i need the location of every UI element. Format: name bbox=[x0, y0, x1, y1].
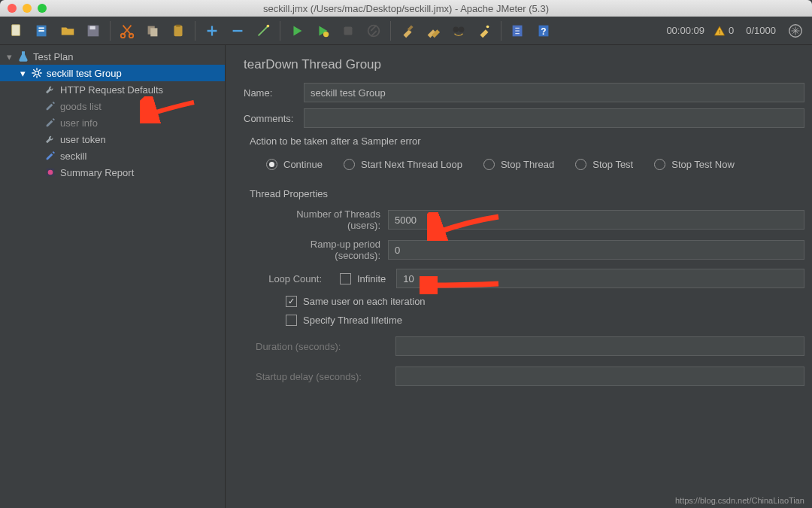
rampup-input[interactable] bbox=[388, 240, 804, 260]
tree-item-label: seckill bbox=[60, 151, 86, 162]
svg-rect-9 bbox=[150, 28, 157, 36]
svg-point-25 bbox=[35, 71, 38, 75]
warning-icon: ! bbox=[714, 25, 726, 37]
pipette-icon bbox=[44, 99, 57, 113]
cut-button[interactable] bbox=[115, 19, 139, 43]
num-threads-label: Number of Threads (users): bbox=[265, 208, 388, 231]
minimize-window-button[interactable] bbox=[23, 4, 32, 13]
svg-point-18 bbox=[459, 26, 464, 32]
start-no-timers-button[interactable] bbox=[311, 19, 335, 43]
tree-root-label: Test Plan bbox=[33, 51, 73, 62]
start-button[interactable] bbox=[285, 19, 309, 43]
search-button[interactable] bbox=[447, 19, 471, 43]
svg-rect-0 bbox=[12, 24, 20, 35]
save-button[interactable] bbox=[81, 19, 105, 43]
svg-point-7 bbox=[129, 33, 134, 37]
tree-item-label: goods list bbox=[60, 101, 102, 112]
help-button[interactable]: ? bbox=[532, 19, 556, 43]
infinite-checkbox[interactable] bbox=[340, 273, 351, 284]
svg-text:?: ? bbox=[541, 26, 546, 36]
svg-text:!: ! bbox=[719, 29, 720, 35]
tree-goods-list[interactable]: goods list bbox=[0, 98, 225, 114]
clear-button[interactable] bbox=[395, 19, 420, 43]
tree-item-label: user token bbox=[60, 134, 106, 145]
panel-heading: tearDown Thread Group bbox=[244, 57, 804, 72]
duration-input bbox=[395, 336, 804, 356]
radio-start-next[interactable]: Start Next Thread Loop bbox=[344, 159, 462, 170]
report-icon bbox=[44, 166, 57, 179]
tree-item-label: user info bbox=[60, 117, 98, 129]
same-user-checkbox[interactable] bbox=[286, 296, 297, 307]
shutdown-button[interactable] bbox=[362, 19, 386, 43]
window-title: seckill.jmx (/Users/mac/Desktop/seckill.… bbox=[0, 3, 812, 14]
tree-user-token[interactable]: user token bbox=[0, 131, 225, 148]
radio-stop-test-now[interactable]: Stop Test Now bbox=[654, 159, 735, 170]
flask-icon bbox=[17, 50, 30, 63]
tree-seckill[interactable]: seckill bbox=[0, 148, 225, 164]
svg-rect-2 bbox=[38, 27, 44, 29]
svg-point-17 bbox=[453, 26, 459, 32]
wand-button[interactable] bbox=[251, 19, 275, 43]
pipette-icon bbox=[44, 149, 57, 163]
new-file-button[interactable] bbox=[5, 19, 29, 43]
svg-point-12 bbox=[267, 24, 270, 27]
sampler-error-radios: Continue Start Next Thread Loop Stop Thr… bbox=[266, 159, 804, 170]
comments-input[interactable] bbox=[304, 108, 804, 128]
svg-rect-3 bbox=[38, 30, 44, 32]
startup-delay-input bbox=[395, 367, 804, 386]
tree-thread-group[interactable]: ▾ seckill test Group bbox=[0, 65, 225, 81]
svg-rect-10 bbox=[174, 25, 183, 36]
same-user-label: Same user on each iteration bbox=[303, 296, 426, 307]
tree-root-test-plan[interactable]: ▾ Test Plan bbox=[0, 48, 225, 65]
open-button[interactable] bbox=[56, 19, 80, 43]
svg-point-15 bbox=[368, 25, 380, 36]
sampler-error-legend: Action to be taken after a Sampler error bbox=[250, 135, 804, 147]
wrench-icon bbox=[44, 83, 57, 96]
specify-lifetime-checkbox[interactable] bbox=[286, 315, 297, 326]
radio-stop-thread[interactable]: Stop Thread bbox=[483, 159, 554, 170]
paste-button[interactable] bbox=[166, 19, 190, 43]
loop-count-label: Loop Count: bbox=[265, 273, 329, 284]
config-panel: tearDown Thread Group Name: Comments: Ac… bbox=[230, 45, 812, 508]
svg-rect-11 bbox=[176, 24, 180, 26]
clear-all-button[interactable] bbox=[421, 19, 445, 43]
svg-point-19 bbox=[486, 25, 489, 28]
name-input[interactable] bbox=[304, 83, 804, 102]
add-button[interactable] bbox=[200, 19, 224, 43]
num-threads-input[interactable] bbox=[388, 210, 804, 230]
remove-button[interactable] bbox=[226, 19, 250, 43]
toolbar: ? 00:00:09 ! 0 0/1000 bbox=[0, 17, 812, 45]
templates-button[interactable] bbox=[30, 19, 54, 43]
gear-icon bbox=[30, 66, 44, 80]
specify-lifetime-label: Specify Thread lifetime bbox=[303, 315, 402, 326]
expand-button[interactable] bbox=[783, 19, 807, 43]
test-plan-tree[interactable]: ▾ Test Plan ▾ seckill test Group HTTP Re… bbox=[0, 45, 226, 508]
watermark: https://blog.csdn.net/ChinaLiaoTian bbox=[675, 496, 804, 505]
loop-count-input[interactable] bbox=[396, 269, 804, 288]
svg-point-27 bbox=[48, 170, 53, 175]
tree-thread-group-label: seckill test Group bbox=[47, 68, 122, 79]
tree-item-label: HTTP Request Defaults bbox=[60, 84, 163, 96]
reset-search-button[interactable] bbox=[472, 19, 496, 43]
radio-stop-test[interactable]: Stop Test bbox=[575, 159, 633, 170]
close-window-button[interactable] bbox=[8, 4, 17, 13]
svg-point-6 bbox=[121, 33, 126, 37]
active-threads: 0/1000 bbox=[746, 25, 776, 36]
titlebar: seckill.jmx (/Users/mac/Desktop/seckill.… bbox=[0, 0, 812, 17]
duration-label: Duration (seconds): bbox=[256, 341, 395, 352]
stop-button[interactable] bbox=[336, 19, 360, 43]
warning-count: ! 0 bbox=[714, 25, 734, 37]
radio-continue[interactable]: Continue bbox=[266, 159, 323, 170]
copy-button[interactable] bbox=[141, 19, 165, 43]
tree-user-info[interactable]: user info bbox=[0, 114, 225, 131]
name-label: Name: bbox=[244, 87, 304, 99]
svg-point-13 bbox=[323, 31, 329, 36]
tree-http-defaults[interactable]: HTTP Request Defaults bbox=[0, 81, 225, 98]
tree-summary-report[interactable]: Summary Report bbox=[0, 164, 225, 181]
pipette-icon bbox=[44, 116, 57, 129]
comments-label: Comments: bbox=[244, 113, 304, 124]
elapsed-timer: 00:00:09 bbox=[666, 25, 704, 36]
maximize-window-button[interactable] bbox=[38, 4, 47, 13]
function-helper-button[interactable] bbox=[506, 19, 530, 43]
wrench-icon bbox=[44, 132, 57, 146]
